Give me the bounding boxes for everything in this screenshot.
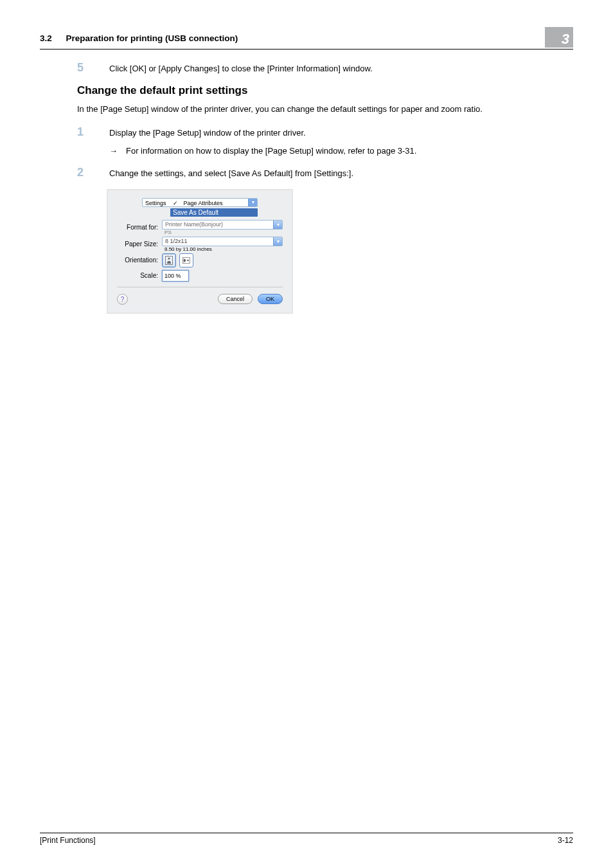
section-number: 3.2 [40, 33, 52, 43]
divider [117, 287, 283, 287]
sub-arrow-icon: → [109, 145, 126, 158]
paper-size-select[interactable]: 8 1/2x11 ▾ [162, 237, 283, 246]
orientation-portrait-button[interactable] [162, 253, 176, 267]
step-1: 1 Display the [Page Setup] window of the… [77, 125, 573, 157]
section-title: Preparation for printing (USB connection… [66, 33, 238, 43]
checkmark-icon [173, 200, 182, 206]
page-header: 3.2 Preparation for printing (USB connec… [40, 27, 573, 50]
format-for-value: Printer Name(Bonjour) [165, 221, 223, 228]
step-number-2: 2 [77, 166, 109, 180]
format-for-label: Format for: [117, 224, 162, 231]
svg-point-3 [187, 259, 189, 261]
footer-page-number: 3-12 [558, 836, 573, 845]
step-5-text: Click [OK] or [Apply Changes] to close t… [109, 61, 573, 75]
person-portrait-icon [165, 256, 173, 265]
help-button[interactable]: ? [117, 294, 128, 305]
intro-paragraph: In the [Page Setup] window of the printe… [77, 104, 573, 116]
paper-size-value: 8 1/2x11 [165, 238, 188, 244]
settings-dropdown[interactable]: Settings Page Attributes ▾ [142, 198, 258, 207]
footer-left: [Print Functions] [40, 836, 96, 845]
format-for-select[interactable]: Printer Name(Bonjour) ▾ [162, 220, 283, 230]
person-landscape-icon [182, 256, 190, 265]
step-1-sub-text: For information on how to display the [P… [126, 145, 416, 158]
chapter-badge: 3 [545, 27, 573, 48]
step-number-5: 5 [77, 61, 109, 75]
scale-input[interactable]: 100 % [162, 270, 189, 282]
settings-label: Settings [145, 200, 166, 206]
page-setup-dialog: Settings Page Attributes ▾ Save As Defau… [107, 189, 293, 314]
settings-value: Page Attributes [184, 200, 223, 206]
paper-size-subtitle: 8.50 by 11.00 inches [162, 246, 283, 252]
step-5: 5 Click [OK] or [Apply Changes] to close… [77, 61, 573, 75]
scale-label: Scale: [117, 272, 162, 279]
step-1-text: Display the [Page Setup] window of the p… [109, 127, 573, 140]
paper-size-label: Paper Size: [117, 240, 162, 248]
svg-point-1 [168, 257, 170, 259]
format-for-subtitle: PS [162, 230, 283, 235]
step-number-1: 1 [77, 125, 109, 157]
orientation-landscape-button[interactable] [179, 253, 193, 267]
orientation-label: Orientation: [117, 257, 162, 264]
dropdown-arrow-icon: ▾ [273, 221, 282, 229]
save-as-default-option[interactable]: Save As Default [170, 208, 258, 217]
step-2: 2 Change the settings, and select [Save … [77, 166, 573, 180]
page-footer: [Print Functions] 3-12 [40, 833, 573, 845]
dropdown-arrow-icon: ▾ [248, 199, 257, 206]
ok-button[interactable]: OK [258, 294, 283, 304]
cancel-button[interactable]: Cancel [218, 294, 253, 304]
step-2-text: Change the settings, and select [Save As… [109, 166, 573, 180]
dropdown-arrow-icon: ▾ [273, 237, 282, 246]
heading-change-default: Change the default print settings [77, 84, 573, 97]
